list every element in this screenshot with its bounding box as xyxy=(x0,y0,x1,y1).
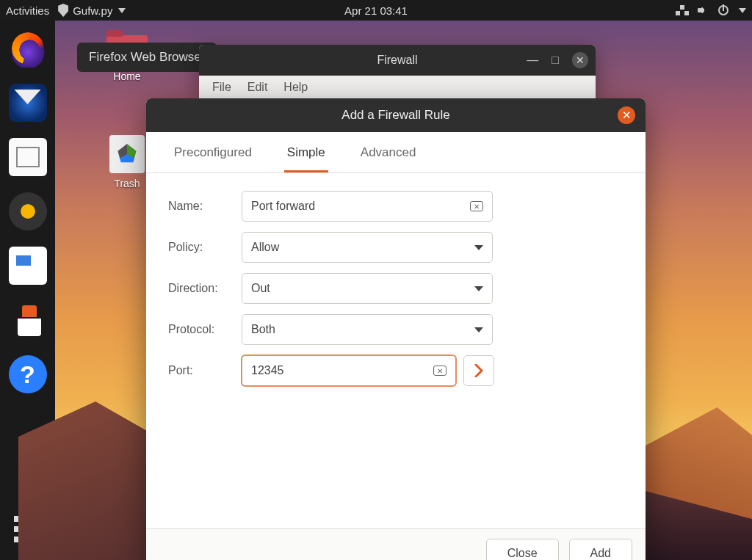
chevron-down-icon xyxy=(474,327,483,332)
firewall-window-title: Firewall xyxy=(377,54,417,67)
direction-select[interactable]: Out xyxy=(242,273,493,304)
dock-files[interactable] xyxy=(9,138,47,176)
menu-help[interactable]: Help xyxy=(283,81,308,94)
menu-edit[interactable]: Edit xyxy=(247,81,268,94)
firewall-window-titlebar[interactable]: Firewall — □ ✕ xyxy=(199,45,596,76)
volume-icon[interactable] xyxy=(698,5,709,15)
system-menu-chevron-icon[interactable] xyxy=(739,8,746,13)
dock-thunderbird[interactable] xyxy=(9,84,47,122)
activities-button[interactable]: Activities xyxy=(6,4,49,17)
shield-icon xyxy=(58,4,68,17)
policy-value: Allow xyxy=(251,241,279,254)
top-panel: Activities Gufw.py Apr 21 03:41 xyxy=(0,0,752,21)
close-button[interactable]: ✕ xyxy=(572,52,588,68)
close-button[interactable]: Close xyxy=(486,539,559,561)
desktop: Home Trash Firefox Web Browser Firewall … xyxy=(55,21,752,560)
dock-ubuntu-software[interactable] xyxy=(9,301,47,339)
policy-select[interactable]: Allow xyxy=(242,232,493,263)
tab-advanced[interactable]: Advanced xyxy=(358,132,419,172)
protocol-label: Protocol: xyxy=(168,323,242,336)
minimize-button[interactable]: — xyxy=(527,54,538,67)
close-dialog-button[interactable]: ✕ xyxy=(618,106,635,124)
menu-file[interactable]: File xyxy=(212,81,231,94)
direction-value: Out xyxy=(251,282,270,295)
chevron-down-icon xyxy=(118,8,126,13)
power-icon[interactable] xyxy=(718,5,728,15)
firewall-window[interactable]: Firewall — □ ✕ File Edit Help xyxy=(199,45,596,99)
dock-tooltip: Firefox Web Browser xyxy=(77,43,217,72)
port-input[interactable]: 12345 ✕ xyxy=(242,355,456,386)
network-icon[interactable] xyxy=(676,5,689,15)
app-menu[interactable]: Gufw.py xyxy=(58,4,126,17)
clear-port-icon[interactable]: ✕ xyxy=(433,366,446,376)
port-value: 12345 xyxy=(251,364,284,377)
protocol-value: Both xyxy=(251,323,275,336)
add-button[interactable]: Add xyxy=(569,539,632,561)
maximize-button[interactable]: □ xyxy=(552,54,559,67)
chevron-down-icon xyxy=(474,286,483,291)
protocol-select[interactable]: Both xyxy=(242,314,493,345)
dock-rhythmbox[interactable] xyxy=(9,192,47,230)
clock[interactable]: Apr 21 03:41 xyxy=(344,4,408,17)
clear-name-icon[interactable]: ✕ xyxy=(470,201,483,211)
policy-label: Policy: xyxy=(168,241,242,254)
port-advance-button[interactable] xyxy=(463,355,494,386)
dock-help[interactable]: ? xyxy=(9,355,47,393)
port-label: Port: xyxy=(168,364,242,377)
trash-icon xyxy=(109,135,145,173)
name-value: Port forward xyxy=(251,200,315,213)
add-rule-title: Add a Firewall Rule xyxy=(341,108,449,123)
app-menu-label: Gufw.py xyxy=(73,4,112,17)
desktop-icon-label: Home xyxy=(98,70,156,82)
tab-simple[interactable]: Simple xyxy=(284,132,328,172)
dialog-footer: Close Add xyxy=(146,528,646,560)
add-rule-titlebar[interactable]: Add a Firewall Rule ✕ xyxy=(146,98,646,132)
dock-libreoffice-writer[interactable] xyxy=(9,247,47,285)
direction-label: Direction: xyxy=(168,282,242,295)
dock-firefox[interactable] xyxy=(9,29,47,68)
rule-form: Name: Port forward ✕ Policy: Allow Direc… xyxy=(146,173,646,404)
add-rule-dialog: Add a Firewall Rule ✕ Preconfigured Simp… xyxy=(146,98,646,560)
tab-bar: Preconfigured Simple Advanced xyxy=(146,132,646,173)
name-label: Name: xyxy=(168,200,242,213)
chevron-right-icon xyxy=(474,364,484,377)
name-input[interactable]: Port forward ✕ xyxy=(242,191,493,222)
tab-preconfigured[interactable]: Preconfigured xyxy=(171,132,255,172)
chevron-down-icon xyxy=(474,245,483,250)
firewall-menubar: File Edit Help xyxy=(199,76,596,99)
